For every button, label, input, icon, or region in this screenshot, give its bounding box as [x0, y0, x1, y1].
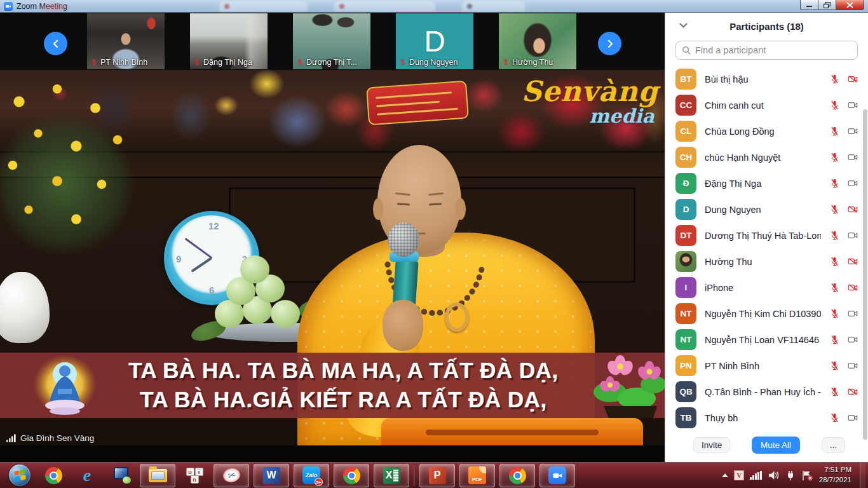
subtitle-line-2: TA BÀ HA.GIẢ KIẾT RA A TẤT ĐÀ DẠ, — [102, 385, 585, 414]
guava-fruit — [271, 300, 300, 328]
participants-header: Participants (18) — [665, 13, 868, 39]
more-options-button[interactable]: ... — [822, 437, 845, 453]
muted-mic-icon — [829, 308, 840, 319]
vietkey-icon[interactable]: V — [734, 470, 744, 480]
participant-row[interactable]: Đ Đặng Thị Nga — [665, 170, 868, 196]
panel-scrollbar[interactable] — [863, 109, 867, 440]
taskbar-file-explorer-button[interactable] — [140, 464, 175, 487]
muted-mic-icon — [90, 58, 98, 66]
video-thumbnail[interactable]: Dương Thị T... — [293, 13, 370, 69]
taskbar-chrome-button[interactable] — [39, 464, 68, 487]
taskbar-chrome-button[interactable] — [334, 464, 369, 487]
participant-name: Dương Thị Thuý Hà Tab-Long T... — [705, 231, 821, 241]
volume-icon[interactable] — [768, 470, 780, 480]
buddha-image — [28, 354, 102, 417]
search-icon — [682, 46, 691, 55]
taskbar-unikey-button[interactable]: uin — [180, 464, 209, 487]
participant-row[interactable]: I iPhone — [665, 274, 868, 301]
guava-fruit — [240, 255, 269, 283]
participant-name: Chim canh cut — [705, 100, 821, 111]
camera-off-icon — [847, 386, 858, 397]
camera-off-icon — [847, 204, 858, 215]
avatar: TB — [675, 407, 696, 428]
muted-mic-icon — [829, 74, 840, 85]
taskbar-snipping-tool-button[interactable]: ✂ — [214, 464, 249, 487]
orange-chair — [381, 418, 643, 447]
video-thumbnail[interactable]: Hường Thu — [499, 13, 576, 69]
zoom-app-icon — [4, 2, 13, 11]
taskbar-separator — [414, 465, 415, 486]
speaker-label-bar: Gia Đình Sen Vàng — [6, 433, 94, 443]
screen: Zoom Meeting PT Ninh Bình — [0, 0, 868, 488]
muted-mic-icon — [829, 152, 840, 163]
video-thumbnail[interactable]: D Dung Nguyen — [396, 13, 473, 69]
taskbar-windows-start-button[interactable] — [5, 464, 34, 487]
network-icon[interactable] — [750, 471, 762, 480]
participant-row[interactable]: DT Dương Thị Thuý Hà Tab-Long T... — [665, 222, 868, 248]
participant-row[interactable]: NT Nguyễn Thị Kim Chi D10390944... — [665, 301, 868, 327]
next-videos-button[interactable] — [598, 32, 621, 55]
muted-mic-icon — [193, 58, 201, 66]
video-thumbnail[interactable]: PT Ninh Bình — [87, 13, 165, 69]
hidden-icons-icon[interactable] — [722, 473, 728, 477]
taskbar-zalo-button[interactable]: Zalo5+ — [294, 464, 329, 487]
participants-footer: Invite Mute All ... — [665, 431, 868, 462]
participant-row[interactable]: QB Q.Tân Bình - Phan Huy Ích - Huỳ... — [665, 379, 868, 405]
avatar: I — [675, 277, 696, 298]
thumbnail-label: Dung Nguyen — [399, 58, 458, 67]
participant-row[interactable]: CL Chùa Long Đồng — [665, 118, 868, 144]
participant-name: Đặng Thị Nga — [705, 179, 821, 189]
close-button[interactable] — [836, 0, 864, 10]
tray-date: 28/7/2021 — [819, 475, 851, 485]
video-thumbnail[interactable]: Đặng Thị Nga — [190, 13, 268, 69]
chevron-down-icon[interactable] — [679, 23, 688, 28]
monk-hand — [383, 300, 423, 351]
power-icon[interactable] — [785, 470, 796, 481]
taskbar-powerpoint-button[interactable]: P — [419, 464, 455, 487]
thumbnail-label: Đặng Thị Nga — [193, 58, 252, 67]
restore-button[interactable] — [818, 0, 836, 10]
signal-bars-icon — [6, 434, 16, 442]
taskbar-chrome-button[interactable] — [499, 464, 535, 487]
show-desktop-button[interactable] — [860, 463, 865, 488]
thumbnail-name: PT Ninh Bình — [100, 58, 147, 67]
taskbar-word-button[interactable]: W — [254, 464, 289, 487]
participant-row[interactable]: TB Thụy bh — [665, 405, 868, 431]
participant-row[interactable]: D Dung Nguyen — [665, 196, 868, 222]
search-input[interactable] — [695, 45, 851, 55]
action-center-icon[interactable] — [801, 470, 813, 481]
muted-mic-icon — [829, 412, 840, 423]
avatar: PN — [675, 355, 696, 376]
participant-row[interactable]: PN PT Ninh Bình — [665, 353, 868, 379]
participant-row[interactable]: CC Chim canh cut — [665, 92, 868, 118]
avatar-photo — [675, 251, 696, 272]
minimize-button[interactable] — [800, 0, 818, 10]
mute-all-button[interactable]: Mute All — [752, 437, 800, 454]
taskbar-clock[interactable]: 7:51 PM 28/7/2021 — [819, 465, 851, 485]
taskbar-zoom-button[interactable] — [539, 464, 575, 487]
participant-name: Chùa Long Đồng — [705, 126, 821, 137]
taskbar-excel-button[interactable]: X — [374, 464, 409, 487]
participant-row[interactable]: Hường Thu — [665, 248, 868, 274]
participant-row[interactable]: CH chúc Hạnh Nguyệt — [665, 144, 868, 170]
search-box — [675, 41, 858, 60]
taskbar-foxit-pdf-button[interactable]: PDF — [459, 464, 495, 487]
muted-mic-icon — [296, 58, 304, 66]
background-browser-tabs — [219, 1, 525, 11]
previous-videos-button[interactable] — [44, 32, 67, 55]
video-thumbnails-strip: PT Ninh Bình Đặng Thị Nga Dương Thị T...… — [0, 13, 665, 70]
invite-button[interactable]: Invite — [693, 437, 730, 453]
participant-name: Nguyễn Thị Kim Chi D10390944... — [705, 309, 821, 319]
taskbar-remote-desktop-button[interactable] — [106, 464, 135, 487]
taskbar-internet-explorer-button[interactable]: e — [72, 464, 102, 487]
avatar: BT — [675, 69, 696, 90]
muted-mic-icon — [829, 178, 840, 189]
participant-row[interactable]: NT Nguyễn Thị Loan VF114646 — [665, 327, 868, 353]
flower-bouquet — [0, 70, 165, 283]
camera-on-icon — [847, 360, 858, 371]
camera-off-icon — [847, 74, 858, 85]
muted-mic-icon — [829, 100, 840, 111]
muted-mic-icon — [829, 204, 840, 215]
participant-row[interactable]: BT Bùi thị hậu — [665, 66, 868, 92]
camera-on-icon — [847, 334, 858, 345]
